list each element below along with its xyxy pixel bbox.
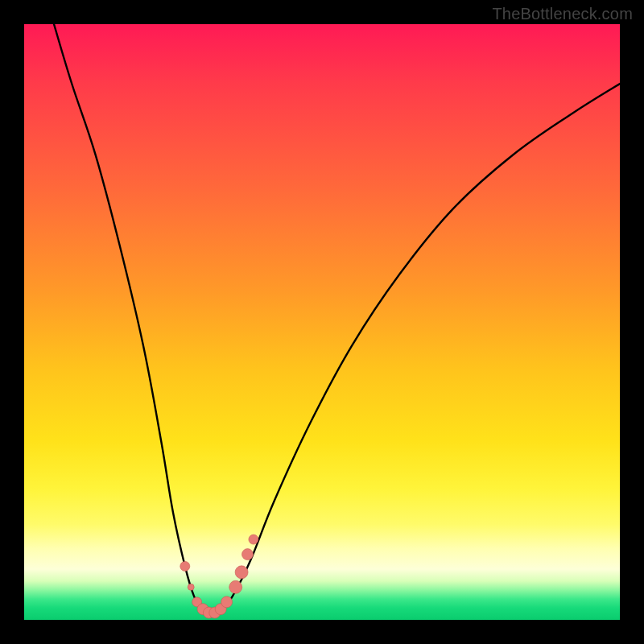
curve-markers	[180, 535, 258, 618]
bottleneck-curve	[54, 24, 620, 615]
curve-layer	[24, 24, 620, 620]
curve-marker	[221, 597, 233, 608]
plot-area	[24, 24, 620, 620]
curve-marker	[188, 584, 194, 590]
watermark-text: TheBottleneck.com	[492, 5, 633, 23]
curve-marker	[229, 580, 242, 593]
outer-frame: TheBottleneck.com	[0, 0, 644, 644]
curve-marker	[249, 535, 258, 544]
curve-marker	[235, 566, 248, 579]
curve-marker	[242, 549, 254, 560]
curve-marker	[180, 561, 190, 571]
